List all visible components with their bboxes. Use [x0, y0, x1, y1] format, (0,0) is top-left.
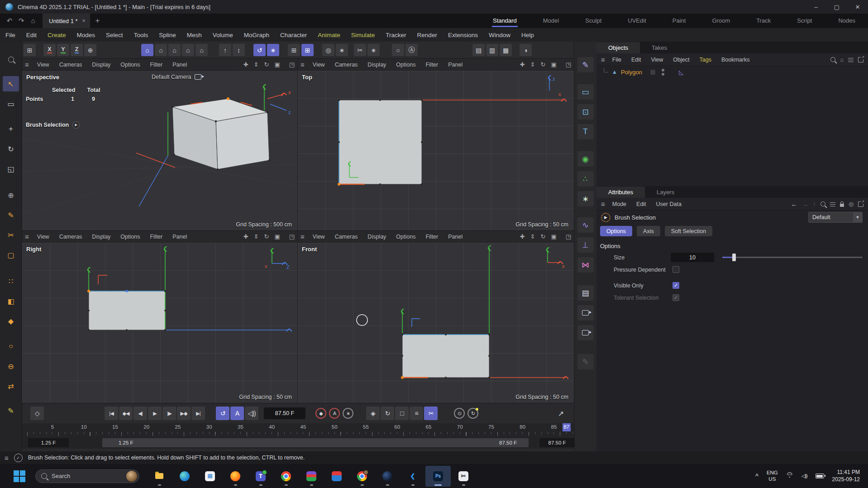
symmetry-icon[interactable]: ⋈ — [577, 257, 594, 273]
axis-gizmo[interactable]: x z — [264, 87, 291, 115]
forward-arrow-icon[interactable]: → — [802, 201, 808, 208]
attributes-menu-mode[interactable]: Mode — [612, 201, 626, 207]
file-explorer-icon[interactable] — [147, 466, 172, 487]
menu-render[interactable]: Render — [417, 32, 437, 38]
toggle-view-icon[interactable]: ▣ — [274, 61, 280, 68]
viewport-menu-options[interactable]: Options — [396, 234, 415, 240]
viewport-menu-display[interactable]: Display — [367, 234, 386, 240]
orbit-icon[interactable]: ↻ — [541, 61, 546, 68]
subdivision-surface-icon[interactable]: ◉ — [577, 151, 594, 167]
search-icon[interactable] — [820, 201, 825, 206]
snipping-tool-icon[interactable]: ✂ — [451, 466, 476, 487]
menu-mesh[interactable]: Mesh — [187, 32, 202, 38]
axis-modifier-icon[interactable]: ⊥ — [577, 237, 594, 253]
menu-spline[interactable]: Spline — [159, 32, 176, 38]
render-settings-button[interactable]: ▦ — [500, 44, 512, 56]
object-edit-toggle[interactable] — [650, 70, 655, 75]
status-menu-icon[interactable]: ≡ — [5, 454, 9, 462]
y-axis-lock-button[interactable]: Y — [57, 44, 69, 56]
viewport-menu-panel[interactable]: Panel — [448, 62, 463, 68]
key-scale-button[interactable]: □ — [395, 407, 409, 420]
timeline-ruler[interactable]: 51015202530354045505560657075808587 — [22, 423, 574, 437]
taskbar-search[interactable]: Search — [35, 469, 139, 483]
pin-app-icon[interactable] — [324, 466, 349, 487]
normal-move-icon[interactable]: ↑ — [219, 44, 231, 56]
make-editable-button[interactable]: ⌂ — [141, 44, 153, 56]
slide-tool-icon[interactable]: ⇄ — [3, 378, 19, 394]
attributes-menu-icon[interactable]: ≡ — [601, 200, 605, 208]
viewport-menu-display[interactable]: Display — [92, 62, 110, 68]
chrome-icon[interactable] — [273, 466, 299, 487]
quantize-settings-gear-icon[interactable]: ∗ — [367, 44, 380, 56]
viewport-layout-icon[interactable]: ⊞ — [24, 44, 36, 56]
previous-key-button[interactable]: ◆◀ — [119, 407, 133, 420]
motion-camera-icon[interactable] — [577, 305, 594, 321]
size-field[interactable]: 10 — [671, 253, 714, 262]
key-rotation-button[interactable]: ↻ — [381, 407, 394, 420]
tab-layers[interactable]: Layers — [645, 187, 686, 198]
language-indicator[interactable]: ENGUS — [767, 470, 778, 483]
cylinder-tool-icon[interactable]: ⊖ — [3, 359, 19, 374]
menu-select[interactable]: Select — [106, 32, 123, 38]
menu-window[interactable]: Window — [489, 32, 510, 38]
document-tab[interactable]: Untitled 1 * × — [43, 14, 90, 28]
add-tab-button[interactable]: + — [95, 16, 100, 25]
play-button[interactable]: ▶ — [148, 407, 162, 420]
export-icon[interactable] — [858, 57, 863, 62]
attributes-menu-edit[interactable]: Edit — [636, 201, 646, 207]
dolly-icon[interactable]: ⇕ — [530, 233, 535, 240]
viewport-right[interactable]: ≡ViewCamerasDisplayOptionsFilterPanel✚⇕↻… — [22, 231, 297, 403]
home-icon[interactable]: ⌂ — [27, 17, 39, 25]
menu-file[interactable]: File — [5, 32, 15, 38]
key-pla-button[interactable]: ✂ — [424, 407, 438, 420]
next-frame-button[interactable]: |▶ — [162, 407, 176, 420]
layout-tab-paint[interactable]: Paint — [672, 14, 687, 27]
viewport-menu-view[interactable]: View — [37, 234, 49, 240]
pan-icon[interactable]: ✚ — [520, 61, 525, 68]
render-view-button[interactable]: ▤ — [472, 44, 485, 56]
rectangle-selection-tool-icon[interactable]: ▭ — [3, 96, 19, 111]
snapping-button[interactable]: ◎ — [322, 44, 334, 56]
orbit-icon[interactable]: ↻ — [264, 233, 269, 240]
visible-only-checkbox[interactable]: ✓ — [672, 282, 679, 289]
viewport-body-perspective[interactable]: x z Perspective Default Camera SelectedT… — [22, 71, 297, 230]
search-tool-icon[interactable] — [3, 52, 19, 67]
polygons-mode-icon[interactable]: ◆ — [3, 313, 19, 329]
render-queue-button[interactable]: ◑ — [520, 44, 532, 56]
layout-tab-standard[interactable]: Standard — [492, 14, 518, 27]
toggle-view-icon[interactable]: ▣ — [551, 233, 556, 240]
points-mode-icon[interactable]: ∷ — [3, 273, 19, 289]
object-name[interactable]: Polygon — [621, 69, 642, 76]
wifi-icon[interactable]: ◠◠▪ — [786, 473, 793, 479]
normal-scale-icon[interactable]: ↕ — [233, 44, 245, 56]
deformer-bend-icon[interactable]: ∿ — [577, 217, 594, 233]
attr-tab-options[interactable]: Options — [600, 226, 632, 236]
close-tab-icon[interactable]: × — [82, 18, 86, 24]
viewport-perspective[interactable]: ≡ViewCamerasDisplayOptionsFilterPanel✚⇕↻… — [22, 59, 297, 230]
dolly-icon[interactable]: ⇕ — [254, 233, 259, 240]
objects-menu-file[interactable]: File — [612, 57, 621, 63]
preset-dropdown[interactable]: Default ▼ — [808, 212, 863, 223]
tweak-settings-gear-icon[interactable]: ∗ — [267, 44, 279, 56]
rotation-record-button[interactable]: ↻ — [467, 408, 478, 419]
workplane-mode-button[interactable]: ⌂ — [182, 44, 194, 56]
modeling-settings-button[interactable]: ○ — [392, 44, 404, 56]
viewport-menu-options[interactable]: Options — [120, 62, 140, 68]
viewport-menu-cameras[interactable]: Cameras — [335, 62, 358, 68]
viewport-menu-icon[interactable]: ≡ — [25, 61, 29, 68]
axis-tool-icon[interactable]: ⊕ — [3, 187, 19, 203]
lock-icon[interactable] — [840, 204, 844, 207]
volume-builder-icon[interactable]: ∴ — [577, 171, 594, 187]
menu-tracker[interactable]: Tracker — [386, 32, 406, 38]
go-to-start-button[interactable]: |◀ — [105, 407, 118, 420]
spline-pen-icon[interactable]: ✎ — [577, 57, 594, 72]
viewport-menu-filter[interactable]: Filter — [150, 62, 162, 68]
polygon-object-top[interactable] — [339, 100, 422, 184]
viewport-menu-options[interactable]: Options — [120, 234, 140, 240]
generator-gear-icon[interactable]: ∗ — [577, 191, 594, 206]
pan-icon[interactable]: ✚ — [243, 233, 248, 240]
timeline-expand-icon[interactable]: ↗ — [554, 407, 568, 420]
maximize-viewport-icon[interactable]: ◳ — [289, 233, 295, 240]
z-axis-lock-button[interactable]: Z — [71, 44, 83, 56]
sound-playback-button[interactable]: ◁)) — [245, 407, 258, 420]
